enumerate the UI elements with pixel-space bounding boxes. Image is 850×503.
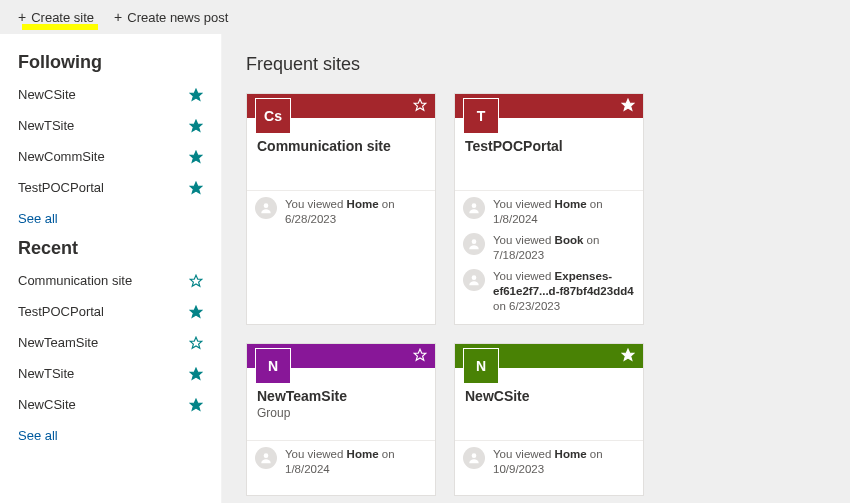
sidebar-item[interactable]: NewTSite xyxy=(18,118,203,133)
activity-text: You viewed Home on 6/28/2023 xyxy=(285,197,427,227)
person-icon xyxy=(255,197,277,219)
site-card[interactable]: CsCommunication siteYou viewed Home on 6… xyxy=(246,93,436,325)
sidebar-item[interactable]: NewTSite xyxy=(18,366,203,381)
svg-marker-2 xyxy=(190,151,202,162)
card-activity-list: You viewed Home on 10/9/2023 xyxy=(455,440,643,495)
sidebar-item-label: NewTSite xyxy=(18,118,74,133)
see-all-link[interactable]: See all xyxy=(18,211,203,226)
svg-point-12 xyxy=(472,203,477,208)
svg-point-10 xyxy=(264,203,269,208)
activity-item: You viewed Home on 10/9/2023 xyxy=(463,447,635,477)
star-icon[interactable] xyxy=(189,88,203,102)
site-tile: Cs xyxy=(255,98,291,134)
star-icon[interactable] xyxy=(189,336,203,350)
card-header: Cs xyxy=(247,94,435,118)
star-icon[interactable] xyxy=(413,98,427,112)
sidebar-item-label: Communication site xyxy=(18,273,132,288)
star-icon[interactable] xyxy=(189,274,203,288)
see-all-link[interactable]: See all xyxy=(18,428,203,443)
site-tile: N xyxy=(463,348,499,384)
svg-marker-5 xyxy=(190,306,202,317)
sidebar-item[interactable]: Communication site xyxy=(18,273,203,288)
svg-marker-17 xyxy=(622,349,634,360)
activity-item: You viewed Home on 1/8/2024 xyxy=(463,197,635,227)
svg-marker-3 xyxy=(190,182,202,193)
content-area: Frequent sites CsCommunication siteYou v… xyxy=(222,34,850,503)
person-icon xyxy=(463,233,485,255)
sidebar-item-label: NewCommSite xyxy=(18,149,105,164)
svg-marker-15 xyxy=(414,349,426,360)
star-icon[interactable] xyxy=(189,398,203,412)
sidebar-item-label: TestPOCPortal xyxy=(18,304,104,319)
svg-point-14 xyxy=(472,275,477,280)
star-icon[interactable] xyxy=(621,348,635,362)
card-activity-list: You viewed Home on 6/28/2023 xyxy=(247,190,435,245)
create-site-button[interactable]: + Create site xyxy=(18,9,94,25)
svg-point-16 xyxy=(264,453,269,458)
card-title: Communication site xyxy=(257,138,425,154)
plus-icon: + xyxy=(18,9,26,25)
top-bar: + Create site + Create news post xyxy=(0,0,850,34)
sidebar-item[interactable]: NewTeamSite xyxy=(18,335,203,350)
sidebar-item[interactable]: TestPOCPortal xyxy=(18,304,203,319)
star-icon[interactable] xyxy=(621,98,635,112)
card-header: N xyxy=(455,344,643,368)
svg-marker-9 xyxy=(414,99,426,110)
star-icon[interactable] xyxy=(189,305,203,319)
sidebar-item-label: NewCSite xyxy=(18,87,76,102)
sidebar-item-label: TestPOCPortal xyxy=(18,180,104,195)
star-icon[interactable] xyxy=(189,150,203,164)
svg-marker-1 xyxy=(190,120,202,131)
create-site-label: Create site xyxy=(31,10,94,25)
person-icon xyxy=(255,447,277,469)
recent-heading: Recent xyxy=(18,238,203,259)
plus-icon: + xyxy=(114,9,122,25)
sidebar-item-label: NewCSite xyxy=(18,397,76,412)
star-icon[interactable] xyxy=(413,348,427,362)
activity-text: You viewed Expenses-ef61e2f7...d-f87bf4d… xyxy=(493,269,635,314)
person-icon xyxy=(463,447,485,469)
site-card[interactable]: NNewCSiteYou viewed Home on 10/9/2023 xyxy=(454,343,644,496)
star-icon[interactable] xyxy=(189,119,203,133)
activity-text: You viewed Home on 10/9/2023 xyxy=(493,447,635,477)
highlight-marker xyxy=(22,24,98,30)
card-title: TestPOCPortal xyxy=(465,138,633,154)
svg-marker-8 xyxy=(190,399,202,410)
create-news-button[interactable]: + Create news post xyxy=(114,9,228,25)
card-activity-list: You viewed Home on 1/8/2024 xyxy=(247,440,435,495)
activity-item: You viewed Book on 7/18/2023 xyxy=(463,233,635,263)
card-title: NewTeamSite xyxy=(257,388,425,404)
sidebar-item-label: NewTeamSite xyxy=(18,335,98,350)
page-title: Frequent sites xyxy=(246,54,826,75)
site-tile: N xyxy=(255,348,291,384)
activity-text: You viewed Home on 1/8/2024 xyxy=(493,197,635,227)
card-header: N xyxy=(247,344,435,368)
activity-text: You viewed Book on 7/18/2023 xyxy=(493,233,635,263)
sidebar-item[interactable]: NewCSite xyxy=(18,397,203,412)
star-icon[interactable] xyxy=(189,181,203,195)
site-card[interactable]: TTestPOCPortalYou viewed Home on 1/8/202… xyxy=(454,93,644,325)
sidebar-item-label: NewTSite xyxy=(18,366,74,381)
card-title: NewCSite xyxy=(465,388,633,404)
person-icon xyxy=(463,197,485,219)
activity-text: You viewed Home on 1/8/2024 xyxy=(285,447,427,477)
site-card[interactable]: NNewTeamSiteGroupYou viewed Home on 1/8/… xyxy=(246,343,436,496)
sidebar-item[interactable]: NewCommSite xyxy=(18,149,203,164)
card-subtitle: Group xyxy=(257,406,425,420)
svg-marker-6 xyxy=(190,337,202,348)
activity-item: You viewed Expenses-ef61e2f7...d-f87bf4d… xyxy=(463,269,635,314)
svg-point-18 xyxy=(472,453,477,458)
sidebar-item[interactable]: TestPOCPortal xyxy=(18,180,203,195)
sidebar-item[interactable]: NewCSite xyxy=(18,87,203,102)
svg-point-13 xyxy=(472,239,477,244)
card-header: T xyxy=(455,94,643,118)
sidebar: Following NewCSiteNewTSiteNewCommSiteTes… xyxy=(0,34,222,503)
svg-marker-4 xyxy=(190,275,202,286)
create-news-label: Create news post xyxy=(127,10,228,25)
card-activity-list: You viewed Home on 1/8/2024You viewed Bo… xyxy=(455,190,643,324)
svg-marker-11 xyxy=(622,99,634,110)
star-icon[interactable] xyxy=(189,367,203,381)
site-tile: T xyxy=(463,98,499,134)
activity-item: You viewed Home on 1/8/2024 xyxy=(255,447,427,477)
person-icon xyxy=(463,269,485,291)
